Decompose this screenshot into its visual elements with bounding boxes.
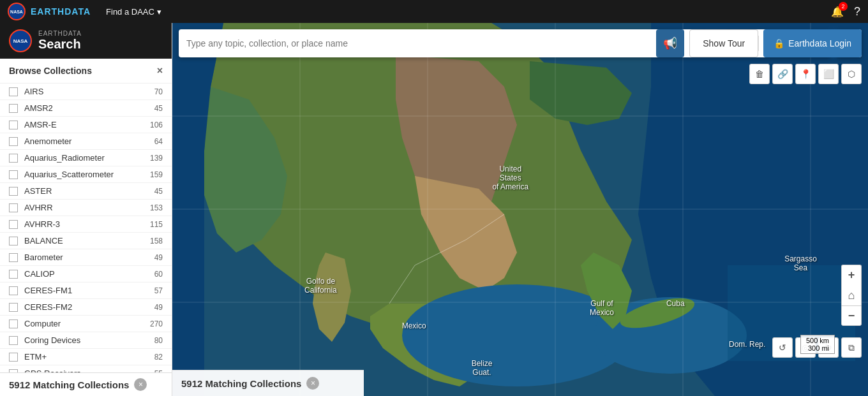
polygon-button[interactable]: ⬡ [841,64,862,84]
find-daac-arrow: ▾ [157,7,161,17]
link-button[interactable]: 🔗 [772,64,793,84]
collection-item[interactable]: Anemometer 64 [0,133,172,150]
collection-item[interactable]: AVHRR 153 [0,200,172,216]
collection-item[interactable]: ETM+ 82 [0,349,172,365]
help-button[interactable]: ? [854,5,860,18]
collection-item[interactable]: Aquarius_Radiometer 139 [0,150,172,166]
collection-name: AVHRR-3 [24,219,145,229]
collection-checkbox[interactable] [9,87,18,96]
collection-checkbox[interactable] [9,187,18,196]
browse-collections-close-button[interactable]: × [157,65,163,77]
collection-count: 60 [154,270,163,279]
collection-checkbox[interactable] [9,353,18,362]
collection-name: Coring Devices [24,335,149,345]
collection-checkbox[interactable] [9,121,18,129]
collection-name: ASTER [24,186,149,196]
main-area: NASA EARTHDATA Search Browse Collections… [0,23,868,396]
collection-name: CERES-FM2 [24,302,149,312]
matching-label: Matching Collections [33,379,130,390]
collection-count: 64 [154,137,163,146]
collection-item[interactable]: Aquarius_Scatterometer 159 [0,166,172,183]
collection-item[interactable]: Barometer 49 [0,249,172,266]
collection-checkbox[interactable] [9,154,18,163]
announcement-button[interactable]: 📢 [656,29,684,57]
notification-badge: 2 [839,2,848,11]
collection-name: BALANCE [24,236,145,246]
matching-close-button[interactable]: × [134,378,147,391]
earthdata-nav-title: EARTHDATA [31,6,91,17]
collection-count: 158 [150,237,163,246]
collection-item[interactable]: AVHRR-3 115 [0,216,172,233]
collection-checkbox[interactable] [9,336,18,345]
sidebar-header: NASA EARTHDATA Search [0,23,172,59]
tour-login-bar: 📢 Show Tour 🔒 Earthdata Login [656,29,862,57]
collection-name: ETM+ [24,352,149,362]
map-area[interactable]: James B... UnitedStatesof America Golfo … [172,23,868,396]
collection-count: 57 [154,286,163,295]
collection-checkbox[interactable] [9,170,18,179]
layers-button[interactable]: ⧉ [841,337,862,358]
collection-item[interactable]: AIRS 70 [0,84,172,100]
matching-number: 5912 [9,379,30,390]
collection-item[interactable]: ASTER 45 [0,183,172,200]
collection-count: 153 [150,203,163,212]
zoom-home-button[interactable]: ⌂ [841,285,862,305]
collection-checkbox[interactable] [9,319,18,328]
collection-checkbox[interactable] [9,104,18,113]
collection-count: 106 [150,121,163,129]
collection-name: Aquarius_Scatterometer [24,170,145,179]
earth-prefix: EARTH [31,6,64,17]
collection-item[interactable]: Computer 270 [0,316,172,332]
sidebar-title-block: EARTHDATA Search [38,30,82,52]
matching-text: 5912 Matching Collections [181,378,301,389]
lock-icon: 🔒 [774,38,784,48]
collection-item[interactable]: AMSR-E 106 [0,117,172,133]
show-tour-button[interactable]: Show Tour [689,29,758,57]
collection-count: 70 [154,87,163,96]
collection-name: AVHRR [24,203,145,212]
login-button[interactable]: 🔒 Earthdata Login [763,29,862,57]
matching-count: 5912 Matching Collections [9,379,129,390]
collection-count: 159 [150,170,163,179]
collection-item[interactable]: CERES-FM2 49 [0,299,172,316]
collection-name: AMSR-E [24,120,145,129]
collection-checkbox[interactable] [9,220,18,229]
collection-checkbox[interactable] [9,203,18,212]
sidebar-nasa-logo: NASA [9,29,32,52]
collection-item[interactable]: CERES-FM1 57 [0,282,172,299]
find-daac-menu[interactable]: Find a DAAC ▾ [106,7,161,17]
browse-collections-header: Browse Collections × [0,59,172,84]
collection-item[interactable]: BALANCE 158 [0,233,172,249]
collection-checkbox[interactable] [9,237,18,246]
rotate-left-button[interactable]: ↺ [772,337,793,358]
sidebar-earthdata-label: EARTHDATA [38,30,82,37]
map-edit-controls: 🗑 🔗 📍 ⬜ ⬡ [749,64,862,84]
collection-checkbox[interactable] [9,137,18,146]
collection-checkbox[interactable] [9,253,18,262]
data-suffix: DATA [64,6,91,17]
rectangle-button[interactable]: ⬜ [818,64,839,84]
collection-item[interactable]: GPS Receivers 55 [0,365,172,372]
collection-checkbox[interactable] [9,286,18,295]
find-daac-label: Find a DAAC [106,7,154,17]
collection-name: CERES-FM1 [24,286,149,295]
collection-checkbox[interactable] [9,303,18,312]
zoom-out-button[interactable]: − [841,305,862,326]
nasa-logo-circle: NASA [8,3,26,20]
scale-mi: 300 mi [806,344,829,352]
notification-bell[interactable]: 🔔 2 [831,6,844,18]
collection-name: Computer [24,319,145,328]
matching-bar-close-button[interactable]: × [306,377,319,390]
collection-item[interactable]: AMSR2 45 [0,100,172,117]
collection-count: 80 [154,336,163,345]
browse-collections-title: Browse Collections [9,66,92,76]
collection-item[interactable]: CALIOP 60 [0,266,172,282]
login-label: Earthdata Login [788,38,851,48]
collection-name: CALIOP [24,269,149,279]
top-navigation: NASA EARTHDATA Find a DAAC ▾ 🔔 2 ? [0,0,868,23]
delete-button[interactable]: 🗑 [749,64,770,84]
collection-item[interactable]: Coring Devices 80 [0,332,172,349]
collection-checkbox[interactable] [9,270,18,279]
pin-button[interactable]: 📍 [795,64,816,84]
zoom-in-button[interactable]: + [841,265,862,285]
